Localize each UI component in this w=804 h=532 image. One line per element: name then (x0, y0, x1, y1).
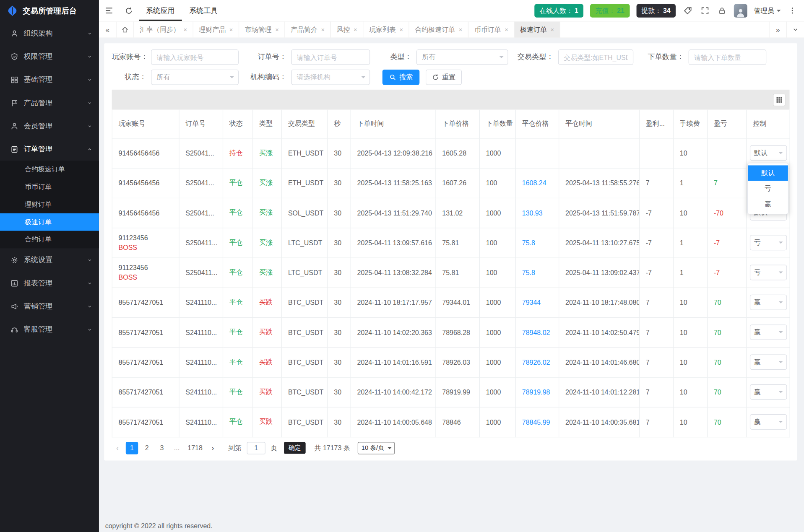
control-select[interactable]: 亏 (750, 235, 787, 250)
control-select[interactable]: 亏 (750, 265, 787, 280)
cell-player-account: 855717427051 (112, 407, 179, 437)
topbar: 系统应用 系统工具 在线人数： 1 充值： 21 提款： (99, 0, 804, 22)
sidebar-item-product[interactable]: 产品管理 (0, 91, 99, 114)
control-select[interactable]: 默认 (750, 145, 787, 161)
goto-page-input[interactable] (247, 442, 265, 454)
page-number-button[interactable]: ... (171, 442, 183, 454)
avatar[interactable] (734, 4, 747, 17)
stat-badge[interactable]: 提款： 34 (636, 4, 676, 17)
search-button[interactable]: 搜索 (382, 70, 419, 85)
home-tab[interactable] (117, 22, 134, 38)
close-icon[interactable]: × (275, 26, 279, 33)
lock-button[interactable] (717, 0, 727, 21)
sidebar-item-settings[interactable]: 系统设置 (0, 248, 99, 271)
close-icon[interactable]: × (551, 26, 554, 33)
trade-type-input[interactable] (558, 49, 633, 65)
control-select[interactable]: 赢 (750, 295, 787, 310)
control-select[interactable]: 赢 (750, 324, 787, 340)
cell-close-price: 75.8 (515, 257, 559, 287)
flag-icon (10, 99, 19, 107)
refresh-button[interactable] (119, 0, 139, 21)
quantity-input[interactable] (689, 49, 767, 65)
cell-close-price: 78919.98 (515, 377, 559, 407)
status-select[interactable]: 所有 (151, 70, 239, 85)
page-number-button[interactable]: 2 (141, 442, 153, 454)
page-tab[interactable]: 合约极速订单 × (409, 22, 468, 38)
close-icon[interactable]: × (459, 26, 463, 33)
close-icon[interactable]: × (505, 26, 508, 33)
page-number-button[interactable]: 1718 (185, 442, 204, 454)
sidebar-item-org[interactable]: 组织架构 (0, 22, 99, 45)
dropdown-option[interactable]: 亏 (748, 181, 788, 196)
fullscreen-button[interactable] (700, 0, 710, 21)
cell-close-time: 2024-11-10 14:01:12.281 (559, 377, 640, 407)
topnav-item[interactable]: 系统工具 (182, 0, 225, 21)
goto-confirm-button[interactable]: 确定 (284, 442, 306, 454)
tag-button[interactable] (682, 0, 693, 21)
lock-icon (718, 6, 726, 15)
control-select[interactable]: 赢 (750, 414, 787, 430)
headset-icon (10, 325, 19, 334)
sidebar-subitem[interactable]: 理财订单 (0, 196, 99, 213)
collapse-sidebar-button[interactable] (99, 0, 119, 21)
type-select[interactable]: 所有 (416, 49, 508, 65)
cell-fee: 10 (673, 138, 707, 168)
close-icon[interactable]: × (321, 26, 325, 33)
page-tab[interactable]: 极速订单 × (514, 22, 560, 38)
cell-order-price: 78968.28 (436, 317, 479, 347)
sidebar-subitem[interactable]: 极速订单 (0, 213, 99, 231)
page-tab[interactable]: 风控 × (331, 22, 363, 38)
cell-profit: -7 (639, 257, 673, 287)
sidebar-item-base[interactable]: 基础管理 (0, 68, 99, 91)
user-menu[interactable]: 管理员 (754, 6, 781, 15)
page-number-button[interactable]: 1 (126, 442, 138, 454)
order-no-input[interactable] (291, 49, 370, 65)
org-code-select[interactable]: 请选择机构 (291, 70, 370, 85)
control-select[interactable]: 赢 (750, 354, 787, 370)
page-tab[interactable]: 玩家列表 × (363, 22, 409, 38)
player-account-input[interactable] (151, 49, 239, 65)
close-icon[interactable]: × (229, 26, 233, 33)
tabs-menu-button[interactable] (786, 22, 804, 38)
cell-profit: 7 (639, 168, 673, 198)
dropdown-option[interactable]: 默认 (748, 165, 788, 181)
page-tab[interactable]: 理财产品 × (193, 22, 239, 38)
stat-badge[interactable]: 充值： 21 (590, 4, 630, 17)
caret-down-icon (779, 272, 783, 276)
cell-player-account: 91123456 BOSS (112, 257, 179, 287)
sidebar-item-reports[interactable]: 报表管理 (0, 272, 99, 295)
sidebar-item-permission[interactable]: 权限管理 (0, 45, 99, 68)
close-icon[interactable]: × (399, 26, 403, 33)
prev-page-button[interactable]: ‹ (112, 442, 123, 454)
cell-quantity: 1000 (479, 138, 515, 168)
sidebar-item-orders[interactable]: 订单管理 (0, 138, 99, 161)
sidebar-subitem[interactable]: 合约订单 (0, 231, 99, 249)
kebab-menu-button[interactable] (788, 0, 797, 21)
sidebar-item-member[interactable]: 会员管理 (0, 114, 99, 138)
close-icon[interactable]: × (183, 26, 187, 33)
sidebar-item-service[interactable]: 客服管理 (0, 318, 99, 341)
page-size-select[interactable]: 10 条/页 (358, 442, 395, 454)
topnav-item[interactable]: 系统应用 (139, 0, 182, 21)
cell-pnl: 7 (708, 168, 747, 198)
cell-quantity: 100 (479, 168, 515, 198)
tabs-scroll-left-button[interactable]: « (99, 22, 117, 38)
boss-tag: BOSS (119, 273, 173, 281)
page-number-button[interactable]: 3 (156, 442, 168, 454)
page-tab[interactable]: 产品简介 × (285, 22, 331, 38)
page-tab[interactable]: 市场管理 × (239, 22, 285, 38)
reset-button[interactable]: 重置 (426, 70, 462, 85)
stat-badge[interactable]: 在线人数： 1 (534, 4, 583, 17)
control-select[interactable]: 赢 (750, 384, 787, 400)
sidebar-subitem[interactable]: 币币订单 (0, 178, 99, 196)
sidebar-item-marketing[interactable]: 营销管理 (0, 295, 99, 318)
cell-player-account: 855717427051 (112, 347, 179, 377)
page-tab[interactable]: 币币订单 × (468, 22, 514, 38)
dropdown-option[interactable]: 赢 (748, 196, 788, 212)
page-tab[interactable]: 汇率（同步） × (134, 22, 193, 38)
next-page-button[interactable]: › (207, 442, 219, 454)
close-icon[interactable]: × (354, 26, 357, 33)
column-settings-button[interactable] (773, 93, 785, 106)
tabs-scroll-right-button[interactable]: » (769, 22, 786, 38)
sidebar-subitem[interactable]: 合约极速订单 (0, 161, 99, 178)
